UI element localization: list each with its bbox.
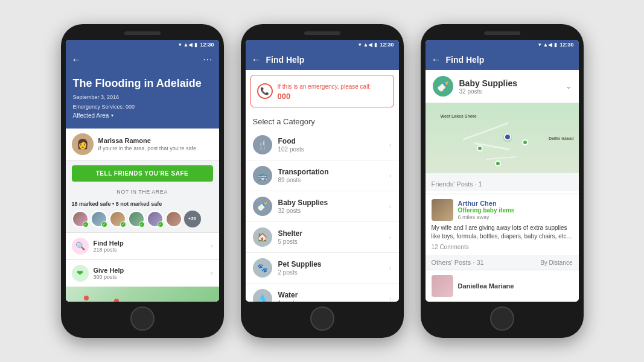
find-help-row[interactable]: 🔍 Find Help 218 posts › <box>66 232 219 259</box>
phone-2-title: Find Help <box>266 55 393 65</box>
safe-user-avatar-2: ✓ <box>91 211 107 227</box>
affected-area-row[interactable]: Affected Area ▾ <box>73 112 212 119</box>
baby-category-icon: 🍼 <box>433 76 453 97</box>
phone-1-header: The Flooding in Adelaide September 3, 20… <box>66 70 219 129</box>
phone-3: ▾ ▲◀ ▮ 12:30 ← Find Help 🍼 Baby Supplies… <box>421 24 584 338</box>
signal-icon-3: ▲◀ <box>543 42 553 48</box>
shelter-info: Shelter 5 posts <box>278 229 303 245</box>
phone-1-map[interactable]: Port Adelaide Ottowo <box>66 287 219 302</box>
food-chevron-icon: › <box>389 141 392 148</box>
phone-1-content: 👩 Marissa Ramone If you're in the area, … <box>66 129 219 302</box>
phone-1-back-button[interactable]: ← <box>72 54 81 65</box>
signal-icon: ▲◀ <box>183 42 193 48</box>
shelter-icon: 🏠 <box>253 227 272 247</box>
phone-emoji-icon: 📞 <box>260 87 269 95</box>
phone-2-screen: ▾ ▲◀ ▮ 12:30 ← Find Help 📞 If this is an… <box>246 40 399 302</box>
phone-3-map[interactable]: West Lakes Shore Delfin Island <box>426 103 579 173</box>
emergency-number: 000 <box>278 91 371 102</box>
find-help-posts: 218 posts <box>94 247 124 253</box>
battery-icon-2: ▮ <box>374 42 377 48</box>
baby-supplies-icon: 🍼 <box>253 197 272 216</box>
baby-supplies-header[interactable]: 🍼 Baby Supplies 32 posts ⌄ <box>426 70 579 103</box>
category-baby-supplies[interactable]: 🍼 Baby Supplies 32 posts › <box>246 191 399 222</box>
phone-3-back-button[interactable]: ← <box>432 54 441 65</box>
battery-icon: ▮ <box>194 42 197 48</box>
find-help-icon: 🔍 <box>72 238 89 255</box>
shelter-name: Shelter <box>278 229 303 238</box>
baby-supplies-chevron-icon: › <box>389 203 392 210</box>
water-name: Water <box>278 291 298 299</box>
map-road-3 <box>486 156 516 160</box>
arthur-chen-user-row: Arthur Chen Offering baby items 6 miles … <box>432 199 573 221</box>
phone-3-screen: ▾ ▲◀ ▮ 12:30 ← Find Help 🍼 Baby Supplies… <box>426 40 579 302</box>
transportation-posts: 89 posts <box>278 177 329 183</box>
friends-posts-section: Friends' Posts · 1 <box>426 173 579 191</box>
not-in-area-link[interactable]: NOT IN THE AREA <box>66 186 219 197</box>
category-pet-supplies[interactable]: 🐾 Pet Supplies 2 posts › <box>246 253 399 284</box>
emergency-phone-icon: 📞 <box>257 83 273 99</box>
user-avatar: 👩 <box>72 133 94 155</box>
safe-users-row: ✓ ✓ ✓ ✓ ✓ +20 <box>66 211 219 232</box>
transportation-name: Transportation <box>278 168 329 176</box>
safe-more-badge: +20 <box>184 211 201 227</box>
shelter-posts: 5 posts <box>278 238 303 245</box>
give-help-row[interactable]: ❤ Give Help 300 posts › <box>66 259 219 287</box>
tell-friends-safe-button[interactable]: TELL FRIENDS YOU'RE SAFE <box>72 165 213 182</box>
arthur-chen-post[interactable]: Arthur Chen Offering baby items 6 miles … <box>426 194 579 255</box>
phone-2: ▾ ▲◀ ▮ 12:30 ← Find Help 📞 If this is an… <box>241 24 404 338</box>
friends-posts-header: Friends' Posts · 1 <box>432 180 483 188</box>
phone-1-time: 12:30 <box>200 42 214 48</box>
safe-user-avatar-4: ✓ <box>128 211 145 227</box>
daniellea-name: Daniellea Mariane <box>458 282 514 290</box>
map-pin-1 <box>84 296 89 300</box>
phone-1-speaker <box>124 31 161 35</box>
phone-3-home-button[interactable] <box>490 306 514 331</box>
phone-2-status-bar: ▾ ▲◀ ▮ 12:30 <box>246 40 399 49</box>
food-name: Food <box>278 137 304 145</box>
signal-icon-2: ▲◀ <box>363 42 373 48</box>
phone-2-back-button[interactable]: ← <box>252 54 261 65</box>
shelter-chevron-icon: › <box>389 233 392 241</box>
pet-supplies-name: Pet Supplies <box>278 260 322 268</box>
phone-2-home-button[interactable] <box>310 306 334 331</box>
user-name: Marissa Ramone <box>98 137 197 144</box>
transportation-info: Transportation 89 posts <box>278 168 329 183</box>
event-date: September 3, 2016 <box>73 94 212 100</box>
transportation-icon: 🚌 <box>253 166 272 185</box>
baby-supplies-info: Baby Supplies 32 posts <box>278 198 328 214</box>
sort-by-distance[interactable]: By Distance <box>540 259 572 266</box>
affected-area-label: Affected Area <box>73 112 109 119</box>
daniellea-post[interactable]: Daniellea Mariane <box>426 270 579 302</box>
phone-1-home-button[interactable] <box>130 306 155 331</box>
pet-supplies-posts: 2 posts <box>278 269 322 276</box>
arthur-chen-info: Arthur Chen Offering baby items 6 miles … <box>458 200 515 220</box>
phone-2-speaker <box>304 31 340 35</box>
transportation-chevron-icon: › <box>389 172 392 179</box>
pet-supplies-icon: 🐾 <box>253 258 272 278</box>
arthur-chen-offering: Offering baby items <box>458 207 515 214</box>
phone-1-more-menu[interactable]: ··· <box>203 54 212 65</box>
category-transportation[interactable]: 🚌 Transportation 89 posts › <box>246 160 399 191</box>
wifi-icon-2: ▾ <box>359 42 362 48</box>
baby-category-posts: 32 posts <box>459 88 517 95</box>
emergency-text: If this is an emergency, please call: 00… <box>278 80 371 102</box>
phones-container: ▾ ▲◀ ▮ 12:30 ← ··· The Flooding in Adela… <box>49 12 596 350</box>
battery-icon-3: ▮ <box>554 42 557 48</box>
phone-1-signal-icons: ▾ ▲◀ ▮ <box>179 42 198 48</box>
map-green-pin-3 <box>522 139 528 145</box>
category-shelter[interactable]: 🏠 Shelter 5 posts › <box>246 222 399 253</box>
user-subtitle: If you're in the area, post that you're … <box>98 145 197 151</box>
arthur-chen-post-text: My wife and I are giving away lots of ex… <box>432 224 573 241</box>
user-info: Marissa Ramone If you're in the area, po… <box>98 137 197 151</box>
delfin-label: Delfin Island <box>549 136 574 141</box>
phone-2-signal-icons: ▾ ▲◀ ▮ <box>359 42 378 48</box>
map-main-pin <box>504 133 511 141</box>
category-water[interactable]: 💧 Water 1 post › <box>246 284 399 302</box>
category-food[interactable]: 🍴 Food 102 posts › <box>246 130 399 160</box>
west-lakes-label: West Lakes Shore <box>441 114 477 118</box>
phone-1-status-bar: ▾ ▲◀ ▮ 12:30 <box>66 40 219 49</box>
phone-3-title: Find Help <box>446 55 573 65</box>
pet-supplies-info: Pet Supplies 2 posts <box>278 260 322 276</box>
give-help-posts: 300 posts <box>94 274 124 280</box>
arthur-chen-comments[interactable]: 12 Comments <box>432 244 573 250</box>
